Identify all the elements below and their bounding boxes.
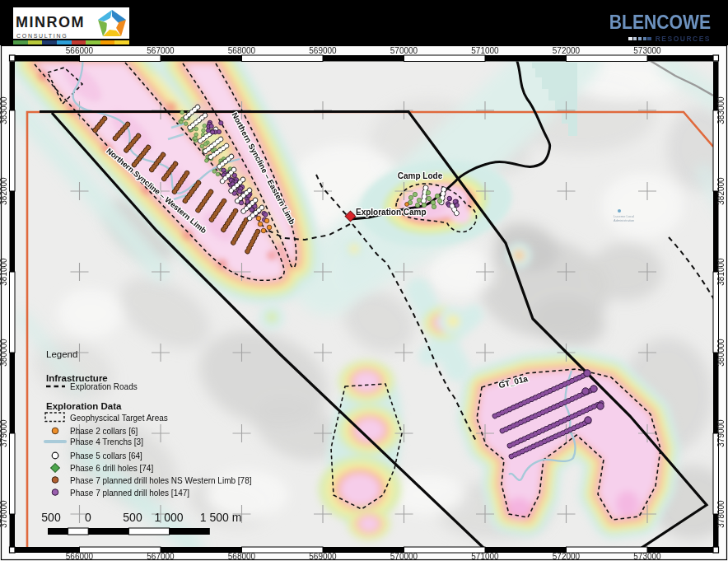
svg-text:500: 500	[123, 511, 142, 524]
svg-text:Phase 4 Trenchs [3]: Phase 4 Trenchs [3]	[70, 437, 143, 446]
svg-text:Camp Lode: Camp Lode	[398, 171, 443, 180]
svg-text:572000: 572000	[553, 552, 581, 561]
svg-text:573000: 573000	[633, 46, 661, 55]
svg-text:Phase 7 planned drill holes NS: Phase 7 planned drill holes NS Western L…	[70, 476, 252, 485]
svg-text:378000: 378000	[0, 500, 8, 528]
svg-text:383000: 383000	[716, 96, 726, 124]
svg-text:0: 0	[85, 511, 91, 524]
svg-text:567000: 567000	[147, 46, 175, 55]
svg-text:566000: 566000	[66, 46, 94, 55]
svg-text:381000: 381000	[0, 258, 8, 286]
svg-text:1 000: 1 000	[154, 511, 183, 524]
svg-text:Phase 2 collars [6]: Phase 2 collars [6]	[70, 427, 138, 436]
svg-text:378000: 378000	[716, 500, 726, 528]
svg-text:569000: 569000	[309, 552, 337, 561]
svg-text:380000: 380000	[0, 339, 8, 367]
svg-text:570000: 570000	[390, 46, 418, 55]
svg-text:567000: 567000	[147, 552, 175, 561]
svg-text:500: 500	[41, 511, 61, 524]
svg-text:381000: 381000	[716, 258, 726, 286]
svg-text:1 500 m: 1 500 m	[200, 511, 242, 524]
svg-text:569000: 569000	[309, 46, 337, 55]
svg-text:571000: 571000	[471, 552, 499, 561]
svg-text:382000: 382000	[716, 177, 726, 205]
svg-text:566000: 566000	[66, 552, 94, 561]
svg-text:380000: 380000	[716, 339, 726, 367]
svg-text:Phase 6 drill holes [74]: Phase 6 drill holes [74]	[70, 464, 153, 473]
svg-text:Phase 7 planned drill holes [1: Phase 7 planned drill holes [147]	[70, 489, 189, 498]
svg-text:568000: 568000	[228, 552, 256, 561]
svg-text:Geophyscical Target Areas: Geophyscical Target Areas	[70, 414, 168, 423]
svg-text:Exploration Data: Exploration Data	[46, 401, 122, 411]
svg-text:382000: 382000	[0, 177, 8, 205]
svg-text:Phase 5 collars [64]: Phase 5 collars [64]	[70, 451, 142, 460]
svg-text:Administration: Administration	[614, 218, 634, 222]
svg-text:Exploration Roads: Exploration Roads	[70, 382, 138, 391]
svg-text:568000: 568000	[228, 46, 256, 55]
svg-text:383000: 383000	[0, 96, 8, 124]
svg-text:Exploration Camp: Exploration Camp	[356, 208, 427, 217]
svg-text:571000: 571000	[471, 46, 499, 55]
svg-text:379000: 379000	[0, 419, 8, 447]
svg-text:570000: 570000	[390, 552, 418, 561]
svg-text:379000: 379000	[716, 419, 726, 447]
svg-text:572000: 572000	[553, 46, 581, 55]
svg-text:Legend: Legend	[46, 349, 77, 359]
svg-text:573000: 573000	[633, 552, 661, 561]
